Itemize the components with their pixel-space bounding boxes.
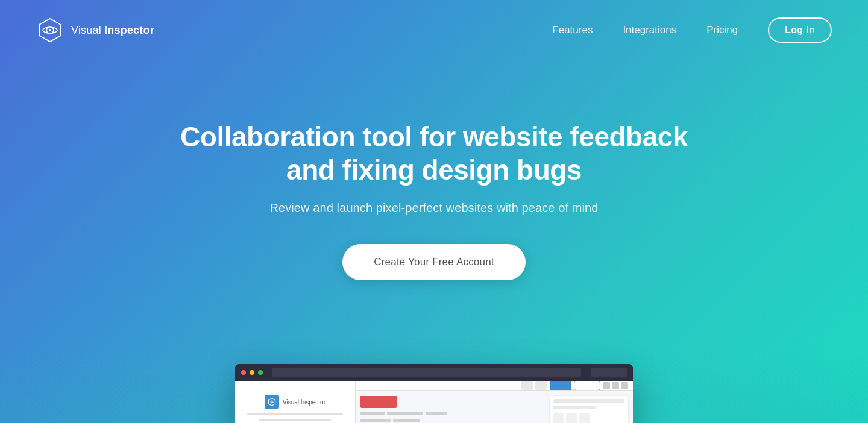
navbar: Visual Inspector Features Integrations P… bbox=[0, 0, 868, 60]
hero-title: Collaboration tool for website feedback … bbox=[163, 121, 705, 187]
nav-link-integrations[interactable]: Integrations bbox=[623, 24, 676, 36]
hero-content: Collaboration tool for website feedback … bbox=[0, 60, 868, 423]
login-button[interactable]: Log In bbox=[768, 17, 832, 43]
svg-point-2 bbox=[49, 29, 51, 31]
logo-text: Visual Inspector bbox=[71, 24, 154, 37]
logo-icon bbox=[36, 16, 64, 44]
logo[interactable]: Visual Inspector bbox=[36, 16, 154, 44]
hero-section: Visual Inspector Features Integrations P… bbox=[0, 0, 868, 423]
hero-subtitle: Review and launch pixel-perfect websites… bbox=[269, 201, 598, 215]
cta-button[interactable]: Create Your Free Account bbox=[342, 244, 525, 280]
nav-link-pricing[interactable]: Pricing bbox=[706, 24, 738, 36]
nav-link-features[interactable]: Features bbox=[552, 24, 593, 36]
nav-links: Features Integrations Pricing Log In bbox=[552, 17, 832, 43]
